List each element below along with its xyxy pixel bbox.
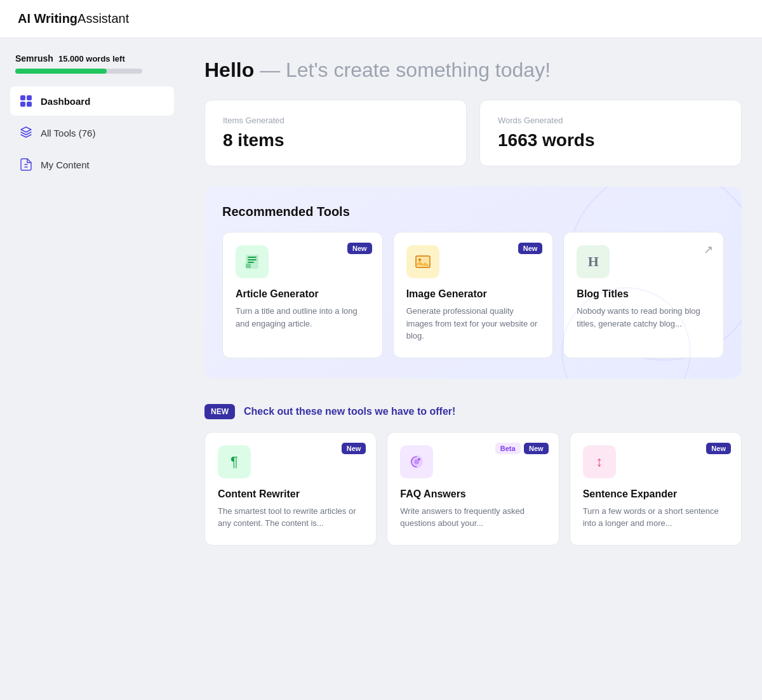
new-tools-badge: NEW [204,404,235,419]
tool-card-content-rewriter[interactable]: ¶ New Content Rewriter The smartest tool… [204,432,377,546]
file-icon [19,158,33,172]
greeting-bold: Hello [204,58,254,81]
sidebar-item-dashboard[interactable]: Dashboard [10,86,174,116]
tool-card-image-generator[interactable]: New Image Generator Generate professiona… [393,232,554,358]
sidebar-item-all-tools[interactable]: All Tools (76) [10,118,174,147]
words-progress-fill [15,69,107,74]
app-header: AI Writing Assistant [0,0,762,38]
faq-answers-icon-wrapper [400,445,433,478]
image-generator-name: Image Generator [406,288,540,300]
new-tools-grid: ¶ New Content Rewriter The smartest tool… [204,432,742,546]
faq-answers-new-badge: New [524,443,549,454]
content-rewriter-desc: The smartest tool to rewrite articles or… [218,505,363,530]
stat-label-words: Words Generated [498,116,723,125]
sidebar-nav: Dashboard All Tools (76) [10,86,174,179]
article-generator-icon [244,253,260,270]
greeting: Hello — Let's create something today! [204,58,742,82]
faq-answers-beta-badge: Beta [495,443,521,454]
tool-card-article-generator[interactable]: New Article Generator Turn a title and o… [222,232,383,358]
user-name: Semrush [15,53,53,64]
blog-titles-icon: H [588,253,599,270]
sidebar-item-all-tools-label: All Tools (76) [41,128,95,138]
app-title-normal: Assistant [77,11,129,26]
sidebar-item-my-content[interactable]: My Content [10,150,174,179]
new-tools-title: Check out these new tools we have to off… [244,406,455,417]
main-content: Hello — Let's create something today! It… [184,38,762,700]
sidebar-item-my-content-label: My Content [41,159,90,170]
svg-point-7 [418,259,421,261]
blog-titles-name: Blog Titles [577,288,711,300]
content-rewriter-icon: ¶ [231,454,238,470]
sentence-expander-new-badge: New [706,443,731,454]
sentence-expander-icon-wrapper: ↕ [583,445,616,478]
grid-icon [19,94,33,108]
words-progress-bar [15,69,142,74]
tool-card-blog-titles[interactable]: H ↗ Blog Titles Nobody wants to read bor… [563,232,724,358]
stat-value-items: 8 items [223,130,448,151]
words-left: 15.000 words left [58,54,125,64]
svg-rect-3 [248,262,254,263]
recommended-title: Recommended Tools [222,205,724,219]
content-rewriter-new-badge: New [342,443,366,454]
recommended-section: Recommended Tools New Article G [204,187,742,379]
recommended-tools-grid: New Article Generator Turn a title and o… [222,232,724,358]
svg-rect-4 [246,264,251,268]
stats-row: Items Generated 8 items Words Generated … [204,100,742,166]
image-generator-desc: Generate professional quality images fro… [406,305,540,342]
sentence-expander-desc: Turn a few words or a short sentence int… [583,505,728,530]
content-rewriter-icon-wrapper: ¶ [218,445,251,478]
layers-icon [19,126,33,140]
sidebar-item-dashboard-label: Dashboard [41,96,90,107]
faq-answers-desc: Write answers to frequently asked questi… [400,505,545,530]
article-generator-icon-wrapper [236,245,269,278]
sentence-expander-name: Sentence Expander [583,488,728,500]
tool-card-faq-answers[interactable]: Beta New FAQ Answers Write answers to fr… [387,432,559,546]
image-generator-icon-wrapper [406,245,439,278]
article-generator-name: Article Generator [236,288,370,300]
image-generator-new-badge: New [518,243,543,254]
tool-card-sentence-expander[interactable]: ↕ New Sentence Expander Turn a few words… [570,432,742,546]
faq-answers-name: FAQ Answers [400,488,545,500]
faq-answers-icon [408,454,425,470]
image-generator-icon [415,253,431,270]
greeting-sub: — Let's create something today! [260,58,551,81]
article-generator-desc: Turn a title and outline into a long and… [236,305,370,330]
blog-titles-desc: Nobody wants to read boring blog titles,… [577,305,711,330]
sidebar-user-info: Semrush 15.000 words left [10,53,174,74]
app-title-bold: AI Writing [18,11,77,26]
svg-rect-2 [248,259,257,260]
stat-value-words: 1663 words [498,130,723,151]
stat-card-items: Items Generated 8 items [204,100,467,166]
stat-label-items: Items Generated [223,116,448,125]
sentence-expander-icon: ↕ [596,454,603,470]
svg-rect-1 [248,257,257,258]
article-generator-new-badge: New [347,243,372,254]
new-tools-header: NEW Check out these new tools we have to… [204,404,742,419]
svg-point-10 [418,458,420,461]
sidebar: Semrush 15.000 words left Dashboard [0,38,184,700]
blog-titles-icon-wrapper: H [577,245,610,278]
stat-card-words: Words Generated 1663 words [479,100,742,166]
blog-titles-arrow-icon: ↗ [704,243,713,257]
content-rewriter-name: Content Rewriter [218,488,363,500]
